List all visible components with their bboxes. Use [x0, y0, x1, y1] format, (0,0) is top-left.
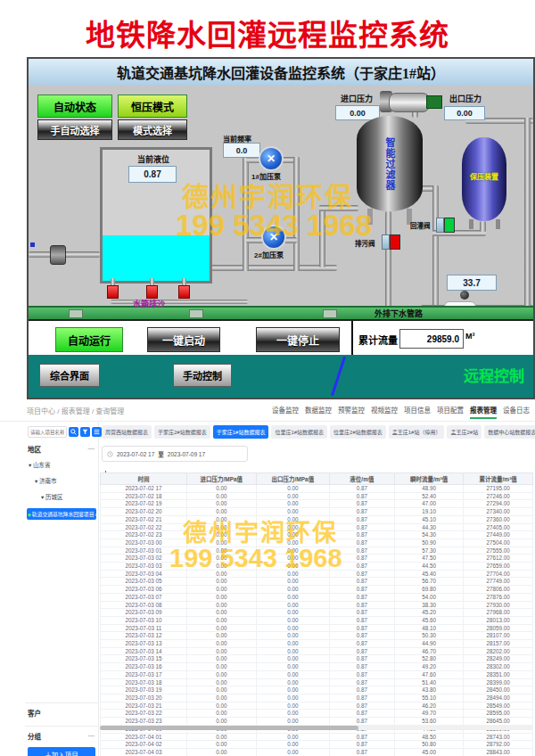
- collapse-icon[interactable]: —: [88, 731, 95, 741]
- current-level-value: 0.87: [128, 166, 177, 183]
- table-row[interactable]: 2023-07-03 170.000.000.8747.6028351.00: [101, 670, 533, 678]
- nav-item[interactable]: 视频监控: [371, 405, 398, 419]
- manual-auto-select-button[interactable]: 手自动选择: [37, 119, 112, 140]
- table-row[interactable]: 2023-07-03 200.000.000.8755.1028494.00: [101, 694, 533, 702]
- table-row[interactable]: 2023-07-03 120.000.000.8750.3028107.00: [101, 632, 533, 640]
- scrollbar-thumb[interactable]: [100, 726, 358, 730]
- tree-node-city[interactable]: ▾ 济南市: [35, 476, 57, 485]
- table-cell: 0.87: [330, 546, 395, 555]
- table-row[interactable]: 2023-07-03 040.000.000.8745.4027704.00: [101, 570, 533, 578]
- nav-item[interactable]: 设备监控: [272, 405, 299, 419]
- one-key-start-button[interactable]: 一键启动: [147, 327, 220, 352]
- table-row[interactable]: 2023-07-02 220.000.000.8744.3027405.00: [101, 523, 533, 531]
- station-tab[interactable]: 周营西站数据报表: [102, 425, 152, 439]
- table-row[interactable]: 2023-07-03 160.000.000.8749.2028302.00: [101, 663, 533, 671]
- station-tab[interactable]: 孟王庄2#站: [447, 425, 482, 439]
- horizontal-scrollbar[interactable]: [100, 726, 533, 730]
- table-cell: 28157.00: [464, 640, 533, 648]
- table-row[interactable]: 2023-07-03 060.000.000.8769.8027806.00: [101, 586, 533, 594]
- table-row[interactable]: 2023-07-03 000.000.000.8750.9027504.00: [101, 538, 533, 546]
- table-row[interactable]: 2023-07-03 050.000.000.8756.7027749.00: [101, 578, 533, 586]
- collapse-icon[interactable]: —: [88, 444, 95, 454]
- nav-item[interactable]: 设备日志: [503, 405, 530, 419]
- search-input[interactable]: [28, 426, 67, 438]
- join-project-button[interactable]: ＋加入项目: [28, 747, 95, 756]
- nav-item[interactable]: 报表管理: [470, 405, 497, 419]
- date-range-picker[interactable]: 2023-07-02 17 至 2023-07-09 17: [102, 446, 248, 462]
- nav-item[interactable]: 预警监控: [338, 405, 365, 419]
- table-row[interactable]: 2023-07-03 190.000.000.8743.8028450.00: [101, 686, 533, 694]
- divider: [25, 726, 98, 727]
- table-cell: 0.00: [187, 515, 257, 523]
- table-row[interactable]: 2023-07-03 210.000.000.8746.2028549.00: [101, 702, 533, 710]
- region-section-header[interactable]: 地区 —: [28, 444, 95, 454]
- table-row[interactable]: 2023-07-03 100.000.000.8745.6028013.00: [101, 616, 533, 624]
- station-tab[interactable]: 位里庄2#站数据报表: [330, 425, 386, 439]
- table-row[interactable]: 2023-07-02 200.000.000.8719.1027340.00: [101, 508, 533, 516]
- table-cell: 0.00: [187, 609, 257, 617]
- tank-sand-label: 水箱排沙: [133, 298, 165, 309]
- nav-item[interactable]: 数据监控: [305, 405, 332, 419]
- filter-button[interactable]: [80, 427, 90, 437]
- table-cell: 0.87: [330, 485, 395, 493]
- mode-select-button[interactable]: 模式选择: [118, 119, 187, 140]
- table-cell: 28549.00: [464, 702, 533, 710]
- drain-pipe-label: 外排下水管路: [374, 308, 423, 319]
- station-tab[interactable]: 于家庄2#站数据报表: [154, 425, 210, 439]
- auto-status-button[interactable]: 自动状态: [37, 94, 112, 118]
- list-icon: [94, 429, 100, 435]
- table-cell: 0.00: [256, 523, 329, 531]
- tree-node-project-selected[interactable]: ◆ 轨道交通基坑降水回灌项目 ◆: [27, 508, 96, 520]
- manual-control-button[interactable]: 手动控制: [173, 364, 232, 387]
- table-row[interactable]: 2023-07-03 070.000.000.8754.0027876.00: [101, 593, 533, 601]
- table-row[interactable]: 2023-07-03 140.000.000.8746.7028202.00: [101, 647, 533, 655]
- date-start[interactable]: 2023-07-02 17: [117, 451, 154, 457]
- table-cell: 2023-07-02 21: [101, 515, 187, 523]
- table-row[interactable]: 2023-07-02 170.000.000.8748.9027195.00: [101, 485, 533, 493]
- table-row[interactable]: 2023-07-04 030.000.000.8745.0028843.00: [101, 748, 533, 756]
- tree-node-district[interactable]: ▾ 历城区: [41, 492, 63, 501]
- table-row[interactable]: 2023-07-04 010.000.000.8748.5028743.00: [101, 733, 533, 741]
- station-tab[interactable]: 数据中心站数据报表: [484, 425, 535, 439]
- table-row[interactable]: 2023-07-03 150.000.000.8752.8028249.00: [101, 655, 533, 663]
- table-row[interactable]: 2023-07-03 110.000.000.8748.1028059.00: [101, 624, 533, 632]
- floor-pipe-bar: [29, 306, 533, 319]
- table-cell: 0.87: [330, 710, 395, 718]
- table-row[interactable]: 2023-07-03 020.000.000.8747.5027612.00: [101, 555, 533, 563]
- station-tab[interactable]: 孟王庄1#站（停用）: [389, 425, 445, 439]
- auto-run-button[interactable]: 自动运行: [55, 327, 123, 352]
- table-cell: 2023-07-03 08: [101, 601, 187, 609]
- table-row[interactable]: 2023-07-02 180.000.000.8752.4027246.00: [101, 492, 533, 500]
- table-row[interactable]: 2023-07-02 190.000.000.8747.0027294.00: [101, 500, 533, 508]
- nav-item[interactable]: 项目配置: [437, 405, 464, 419]
- table-cell: 0.87: [330, 492, 395, 500]
- table-row[interactable]: 2023-07-03 220.000.000.8749.7028595.00: [101, 710, 533, 718]
- tree-node-province[interactable]: ▾ 山东省: [29, 460, 51, 469]
- table-row[interactable]: 2023-07-03 080.000.000.8738.3027930.00: [101, 601, 533, 609]
- customer-section-header[interactable]: 客户: [28, 708, 95, 718]
- table-cell: 0.00: [256, 593, 329, 601]
- table-row[interactable]: 2023-07-03 130.000.000.8744.9028157.00: [101, 640, 533, 648]
- table-row[interactable]: 2023-07-04 020.000.000.8750.8028792.00: [101, 741, 533, 749]
- table-row[interactable]: 2023-07-03 180.000.000.8751.4028399.00: [101, 678, 533, 686]
- table-row[interactable]: 2023-07-03 030.000.000.8744.5027659.00: [101, 563, 533, 571]
- table-cell: 44.30: [394, 523, 464, 531]
- table-row[interactable]: 2023-07-03 010.000.000.8757.3027555.00: [101, 546, 533, 555]
- table-row[interactable]: 2023-07-03 230.000.000.8753.6028645.00: [101, 718, 533, 726]
- one-key-stop-button[interactable]: 一键停止: [256, 327, 340, 352]
- table-row[interactable]: 2023-07-02 210.000.000.8745.1027360.00: [101, 515, 533, 523]
- date-end[interactable]: 2023-07-09 17: [168, 451, 205, 457]
- station-tab[interactable]: 位里庄1#站数据报表: [271, 425, 327, 439]
- nav-item[interactable]: 项目信息: [404, 405, 431, 419]
- constant-pressure-button[interactable]: 恒压模式: [118, 94, 187, 118]
- overview-button[interactable]: 综合界面: [39, 364, 100, 387]
- station-tab[interactable]: 于家庄1#站数据报表: [213, 425, 269, 439]
- group-section-header[interactable]: 分组 —: [28, 731, 95, 741]
- table-row[interactable]: 2023-07-03 090.000.000.8745.2027968.00: [101, 609, 533, 617]
- table-header-cell: 液位/m值: [330, 473, 395, 485]
- table-row[interactable]: 2023-07-02 230.000.000.8754.3027449.00: [101, 531, 533, 539]
- pump1-label: 1#加压泵: [251, 171, 281, 181]
- search-button[interactable]: [69, 427, 78, 437]
- water-level-fill: [103, 235, 210, 281]
- app-header: 项目中心 / 报表管理 / 查询管理 设备监控数据监控预警监控视频监控项目信息项…: [0, 399, 535, 422]
